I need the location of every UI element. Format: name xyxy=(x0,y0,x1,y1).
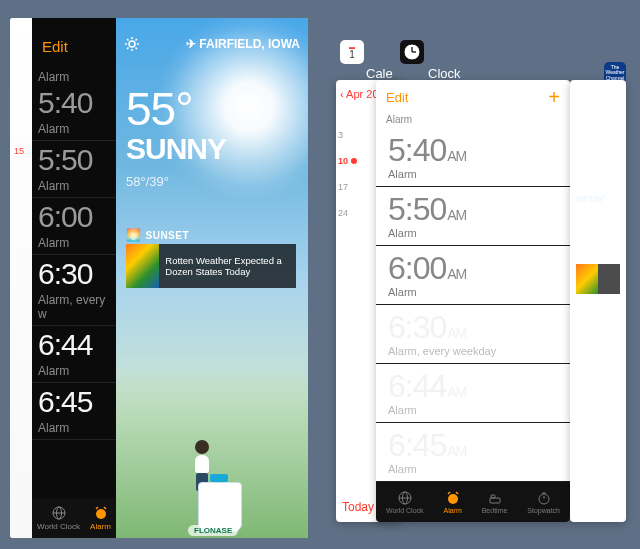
svg-line-5 xyxy=(104,507,106,509)
alarm-row[interactable]: 5:40Alarm xyxy=(32,84,116,141)
tab-world-clock[interactable]: World Clock xyxy=(386,491,424,514)
weather-card-small[interactable]: ⚙ 55° SUN 58°/39° SUNSET xyxy=(570,80,626,522)
alarm-row[interactable]: 6:00AMAlarm xyxy=(376,246,570,305)
flonase-bottle xyxy=(198,474,240,532)
weather-readout: 55° SUN 58°/39° xyxy=(576,140,615,204)
alarm-icon xyxy=(446,491,460,505)
sunset-label: 🌅SUNSET xyxy=(126,228,189,242)
right-screenshot: ▬1 Cale Clock The Weather Channel ‹ Apr … xyxy=(336,18,626,538)
tab-alarm[interactable]: Alarm xyxy=(90,506,111,531)
alarm-row[interactable]: 6:45AMAlarm xyxy=(376,423,570,482)
hi-lo-text: 58°/39° xyxy=(126,174,169,189)
tab-stopwatch[interactable]: Stopwatch xyxy=(527,491,560,514)
clock-tab-bar: World Clock Alarm xyxy=(32,498,116,538)
bedtime-icon xyxy=(488,491,502,505)
news-headline: Rotten Weather Expected a Dozen States T… xyxy=(165,255,296,278)
news-thumbnail xyxy=(576,264,598,294)
svg-line-13 xyxy=(127,48,129,50)
calendar-grid: 3 10 17 24 xyxy=(338,122,357,226)
stopwatch-icon xyxy=(537,491,551,505)
alarm-section-label: Alarm xyxy=(32,70,116,84)
add-alarm-button[interactable]: + xyxy=(548,86,560,109)
calendar-today-button[interactable]: Today xyxy=(342,500,374,514)
location-arrow-icon: ✈ xyxy=(186,37,199,51)
weather-location[interactable]: ✈ FAIRFIELD, IOWA xyxy=(186,37,300,51)
news-card[interactable]: Rotten Weather Expected a Dozen States T… xyxy=(126,244,296,288)
flonase-logo: FLONASE xyxy=(188,525,238,536)
temperature-value: 55° xyxy=(126,82,193,136)
calendar-today-marker: 15 xyxy=(14,146,24,156)
alarm-list: Alarm 5:40Alarm 5:50Alarm 6:00Alarm 6:30… xyxy=(32,66,116,440)
svg-line-12 xyxy=(136,48,138,50)
svg-line-23 xyxy=(448,492,450,494)
globe-icon xyxy=(398,491,412,505)
sunset-label: SUNSET xyxy=(576,250,608,259)
alarm-row[interactable]: 6:00Alarm xyxy=(32,198,116,255)
alarm-list: 5:40AMAlarm 5:50AMAlarm 6:00AMAlarm 6:30… xyxy=(376,128,570,522)
gear-icon[interactable] xyxy=(124,36,140,52)
globe-icon xyxy=(52,506,66,520)
alarm-icon xyxy=(94,506,108,520)
gear-icon[interactable]: ⚙ xyxy=(609,88,620,102)
tab-bedtime[interactable]: Bedtime xyxy=(482,491,508,514)
left-screenshot: 15 Edit Alarm 5:40Alarm 5:50Alarm 6:00Al… xyxy=(10,18,308,538)
alarm-row[interactable]: 6:44Alarm xyxy=(32,326,116,383)
clock-app-label: Clock xyxy=(428,66,461,81)
tab-alarm[interactable]: Alarm xyxy=(443,491,461,514)
svg-line-24 xyxy=(456,492,458,494)
condition-text: SUNNY xyxy=(126,132,226,166)
clock-app-sliver[interactable]: Edit Alarm 5:40Alarm 5:50Alarm 6:00Alarm… xyxy=(32,18,117,538)
screen-title: Alarm xyxy=(459,89,499,105)
svg-point-22 xyxy=(448,494,458,504)
svg-rect-25 xyxy=(490,498,500,503)
app-switcher-icons: ▬1 Cale Clock The Weather Channel xyxy=(336,40,626,70)
alarm-row[interactable]: 5:40AMAlarm xyxy=(376,128,570,187)
edit-button[interactable]: Edit xyxy=(386,90,408,105)
alarm-row[interactable]: 6:45Alarm xyxy=(32,383,116,440)
svg-line-14 xyxy=(136,39,138,41)
alarm-row[interactable]: 6:44AMAlarm xyxy=(376,364,570,423)
svg-rect-26 xyxy=(491,495,495,498)
svg-point-6 xyxy=(129,41,135,47)
clock-tab-bar: World Clock Alarm Bedtime Stopwatch xyxy=(376,482,570,522)
svg-line-11 xyxy=(127,39,129,41)
edit-button[interactable]: Edit xyxy=(42,38,68,55)
tab-world-clock[interactable]: World Clock xyxy=(37,506,80,531)
calendar-app-label: Cale xyxy=(366,66,393,81)
weather-app-card[interactable]: ✈ FAIRFIELD, IOWA 55° SUNNY 58°/39° 🌅SUN… xyxy=(116,18,308,538)
svg-line-4 xyxy=(96,507,98,509)
alarm-section-label: Alarm xyxy=(386,114,412,125)
alarm-row[interactable]: 6:30AMAlarm, every weekday xyxy=(376,305,570,364)
weather-header: ✈ FAIRFIELD, IOWA xyxy=(124,36,300,52)
news-thumbnail xyxy=(126,244,159,288)
alarm-row[interactable]: 6:30Alarm, every w xyxy=(32,255,116,326)
alarm-row[interactable]: 5:50Alarm xyxy=(32,141,116,198)
clock-card[interactable]: Edit Alarm + Alarm 5:40AMAlarm 5:50AMAla… xyxy=(376,80,570,522)
screenshot-pair: 15 Edit Alarm 5:40Alarm 5:50Alarm 6:00Al… xyxy=(0,0,640,549)
clock-nav-bar: Edit Alarm + xyxy=(376,80,570,114)
alarm-row[interactable]: 5:50AMAlarm xyxy=(376,187,570,246)
svg-point-3 xyxy=(96,509,106,519)
news-card[interactable] xyxy=(576,264,620,294)
calendar-app-icon[interactable]: ▬1 xyxy=(340,40,364,64)
clock-app-icon[interactable] xyxy=(400,40,424,64)
sunset-icon: 🌅 xyxy=(126,228,142,242)
